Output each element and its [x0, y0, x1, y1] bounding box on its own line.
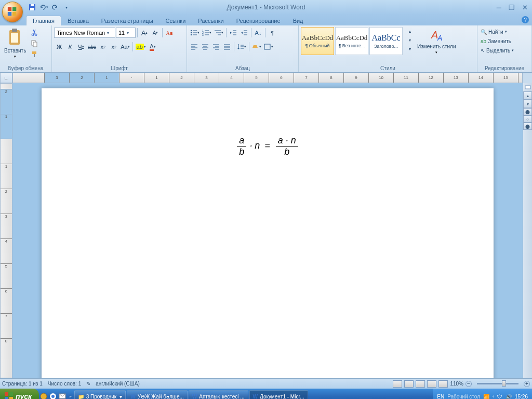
zoom-level[interactable]: 110% [450, 381, 463, 387]
tab-insert[interactable]: Вставка [61, 16, 95, 25]
cut-button[interactable] [29, 27, 39, 37]
tab-mailings[interactable]: Рассылки [192, 16, 230, 25]
clear-format-button[interactable]: Aʙ [164, 28, 175, 38]
multilevel-button[interactable]: ▾ [213, 28, 224, 38]
align-justify-button[interactable] [222, 42, 232, 52]
status-proof-icon[interactable]: ✎ [86, 381, 90, 387]
status-words[interactable]: Число слов: 1 [48, 381, 81, 387]
tray-expand[interactable]: ‹ [493, 394, 494, 399]
start-button[interactable]: пуск [0, 389, 39, 399]
view-web-layout[interactable] [416, 380, 425, 388]
bold-button[interactable]: Ж [54, 42, 64, 52]
show-desktop[interactable]: Рабочий стол [447, 394, 480, 400]
scrollbar-vertical[interactable]: ▴ ▾ ⬤ ○ ⬤ [523, 83, 532, 378]
change-styles-button[interactable]: AA Изменить стили▾ [415, 27, 458, 56]
task-doc2[interactable]: WАпталық кестесі ... [189, 390, 248, 399]
minimize-button[interactable]: ─ [495, 4, 503, 11]
copy-button[interactable] [29, 38, 39, 48]
view-print-layout[interactable] [393, 380, 402, 388]
subscript-button[interactable]: x2 [98, 42, 108, 52]
numbering-button[interactable]: 123▾ [201, 28, 212, 38]
tray-icon[interactable]: 📶 [483, 394, 489, 400]
zoom-slider[interactable] [477, 383, 518, 384]
underline-button[interactable]: Ч▾ [76, 42, 86, 52]
status-page[interactable]: Страница: 1 из 1 [2, 381, 43, 387]
restore-button[interactable]: ❐ [507, 4, 517, 11]
styles-down[interactable]: ▾ [405, 36, 415, 45]
zoom-in-button[interactable]: + [524, 381, 530, 387]
find-button[interactable]: 🔍Найти▾ [480, 27, 508, 36]
scroll-up-button[interactable]: ▴ [523, 91, 532, 100]
font-color-button[interactable]: A▾ [148, 42, 158, 52]
view-draft[interactable] [438, 380, 448, 388]
tab-references[interactable]: Ссылки [159, 16, 192, 25]
ql-amberjack[interactable] [39, 392, 48, 399]
lang-indicator[interactable]: EN [437, 394, 444, 400]
tray-shield-icon[interactable]: 🛡 [497, 394, 502, 400]
strike-button[interactable]: abc [87, 42, 97, 52]
indent-dec-button[interactable] [228, 28, 238, 38]
style-heading1[interactable]: AaBbCcЗаголово... [369, 27, 403, 55]
view-full-screen[interactable] [404, 380, 414, 388]
sort-button[interactable]: A↓ [253, 28, 263, 38]
ruler-vertical[interactable]: 21 12345678 [0, 83, 12, 378]
select-button[interactable]: ↖Выделить▾ [480, 46, 515, 55]
styles-up[interactable]: ▴ [405, 27, 415, 36]
tab-view[interactable]: Вид [287, 16, 310, 25]
show-marks-button[interactable]: ¶ [267, 28, 277, 38]
page-scroll[interactable]: ab ∙ n = a ∙ nb [12, 83, 523, 378]
grow-font-button[interactable]: A▴ [139, 28, 150, 38]
align-left-button[interactable] [189, 42, 200, 52]
tab-layout[interactable]: Разметка страницы [95, 16, 159, 25]
ruler-toggle-icon[interactable] [525, 84, 531, 90]
italic-button[interactable]: К [65, 42, 75, 52]
highlight-button[interactable]: ab▾ [135, 42, 147, 52]
qat-customize[interactable]: ▾ [61, 2, 72, 12]
clock[interactable]: 15:26 [515, 394, 528, 400]
scroll-down-button[interactable]: ▾ [523, 100, 532, 108]
prev-page-button[interactable]: ⬤ [523, 108, 532, 115]
tray-volume-icon[interactable]: 🔊 [506, 394, 512, 400]
close-button[interactable]: ✕ [520, 4, 530, 11]
office-button[interactable] [2, 2, 23, 22]
help-button[interactable]: ? [522, 16, 529, 23]
line-spacing-button[interactable]: ▾ [236, 42, 247, 52]
font-name-combo[interactable]: Times New Roman▾ [54, 28, 115, 38]
ql-chrome[interactable] [48, 392, 58, 399]
replace-button[interactable]: abЗаменить [480, 36, 512, 46]
next-page-button[interactable]: ⬤ [523, 123, 532, 130]
align-right-button[interactable] [211, 42, 221, 52]
style-normal[interactable]: AaBbCcDd¶ Обычный [301, 27, 334, 55]
task-doc3[interactable]: WДокумент1 - Micr... [249, 390, 308, 399]
styles-more[interactable]: ▾ [405, 45, 415, 54]
borders-button[interactable]: ▾ [263, 42, 274, 52]
status-lang[interactable]: английский (США) [96, 381, 140, 387]
task-explorer[interactable]: 📁3 Проводник▾ [74, 390, 126, 399]
paste-button[interactable]: Вставить ▾ [2, 27, 28, 60]
qat-undo[interactable]: ▾ [38, 2, 49, 12]
superscript-button[interactable]: x2 [109, 42, 119, 52]
tab-selector[interactable]: ∟ [0, 73, 12, 83]
align-center-button[interactable] [200, 42, 210, 52]
change-case-button[interactable]: Aa▾ [119, 42, 130, 52]
tab-home[interactable]: Главная [26, 16, 61, 25]
zoom-out-button[interactable]: − [466, 381, 472, 387]
font-size-combo[interactable]: 11▾ [116, 28, 136, 38]
task-doc1[interactable]: WУӘЖ Жай бөлше... [127, 390, 188, 399]
shrink-font-button[interactable]: A▾ [150, 28, 161, 38]
browse-object-button[interactable]: ○ [523, 115, 532, 123]
style-nospacing[interactable]: AaBbCcDd¶ Без инте... [335, 27, 368, 55]
qat-redo[interactable] [50, 2, 60, 12]
indent-inc-button[interactable] [239, 28, 249, 38]
tab-review[interactable]: Рецензирование [230, 16, 287, 25]
view-outline[interactable] [427, 380, 436, 388]
equation[interactable]: ab ∙ n = a ∙ nb [88, 135, 447, 157]
page[interactable]: ab ∙ n = a ∙ nb [42, 88, 494, 378]
shading-button[interactable]: ▾ [251, 42, 262, 52]
ql-mail[interactable] [58, 392, 67, 399]
bullets-button[interactable]: ▾ [189, 28, 201, 38]
paragraph-label: Абзац [189, 64, 296, 72]
ruler-horizontal[interactable]: 321 ·1234567891011121314151617 [12, 73, 523, 83]
format-painter-button[interactable] [29, 49, 39, 59]
qat-save[interactable] [27, 2, 37, 12]
